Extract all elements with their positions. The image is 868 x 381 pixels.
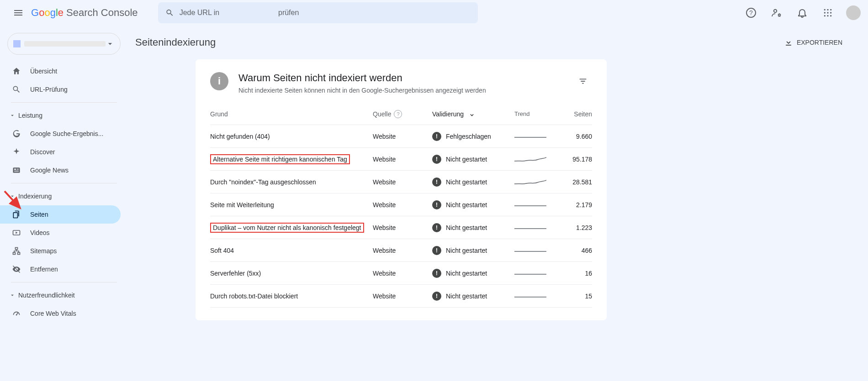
sidebar-label: Entfernen xyxy=(30,266,58,273)
logo[interactable]: Google Search Console xyxy=(31,7,138,19)
highlight-box: Duplikat – vom Nutzer nicht als kanonisc… xyxy=(210,223,364,233)
table-row[interactable]: Alternative Seite mit richtigem kanonisc… xyxy=(210,148,592,171)
remove-icon xyxy=(11,264,22,275)
svg-rect-19 xyxy=(16,248,18,250)
chevron-down-icon xyxy=(9,292,18,298)
table-row[interactable]: Nicht gefunden (404)Website!Fehlgeschlag… xyxy=(210,125,592,148)
cell-pages: 16 xyxy=(556,270,592,277)
section-label: Leistung xyxy=(18,112,42,119)
sitemap-icon xyxy=(11,245,22,256)
card-header: i Warum Seiten nicht indexiert werden Ni… xyxy=(210,72,592,94)
table-row[interactable]: Durch "noindex"-Tag ausgeschlossenWebsit… xyxy=(210,171,592,193)
cell-source: Website xyxy=(373,292,432,300)
sidebar-item-remove[interactable]: Entfernen xyxy=(0,260,121,278)
cell-validation: !Nicht gestartet xyxy=(432,223,514,232)
cell-pages: 9.660 xyxy=(556,133,592,140)
exclamation-icon: ! xyxy=(432,177,441,187)
property-name-placeholder xyxy=(24,41,106,47)
cell-source: Website xyxy=(373,178,432,186)
exclamation-icon: ! xyxy=(432,246,441,255)
section-label: Nutzerfreundlichkeit xyxy=(18,292,75,299)
svg-point-6 xyxy=(824,12,826,13)
main-content: Seitenindexierung EXPORTIEREN i Warum Se… xyxy=(128,26,868,381)
table-row[interactable]: Duplikat – vom Nutzer nicht als kanonisc… xyxy=(210,216,592,239)
user-gear-icon xyxy=(771,7,782,18)
sidebar: Übersicht URL-Prüfung Leistung Google Su… xyxy=(0,26,128,381)
cell-source: Website xyxy=(373,247,432,254)
cell-trend xyxy=(514,200,556,209)
cell-reason: Soft 404 xyxy=(210,247,373,254)
svg-rect-20 xyxy=(13,252,16,254)
sidebar-item-url-inspection[interactable]: URL-Prüfung xyxy=(0,80,121,99)
cell-pages: 95.178 xyxy=(556,156,592,163)
cell-source: Website xyxy=(373,270,432,277)
sidebar-label: Videos xyxy=(30,229,50,236)
page-header: Seitenindexierung EXPORTIEREN xyxy=(132,37,846,59)
svg-point-7 xyxy=(827,12,828,13)
sidebar-item-cwv[interactable]: Core Web Vitals xyxy=(0,304,121,323)
help-icon[interactable]: ? xyxy=(394,110,402,118)
sidebar-item-overview[interactable]: Übersicht xyxy=(0,62,121,80)
discover-icon xyxy=(11,146,22,157)
property-selector[interactable] xyxy=(7,33,121,55)
apps-button[interactable] xyxy=(817,2,839,24)
sidebar-item-videos[interactable]: Videos xyxy=(0,224,121,242)
sidebar-label: Sitemaps xyxy=(30,247,57,255)
svg-point-5 xyxy=(830,9,831,10)
cell-reason: Alternative Seite mit richtigem kanonisc… xyxy=(210,154,373,164)
section-indexing[interactable]: Indexierung xyxy=(0,187,128,205)
search-icon xyxy=(11,84,22,95)
cell-validation: !Nicht gestartet xyxy=(432,155,514,164)
cell-validation: !Nicht gestartet xyxy=(432,246,514,255)
notifications-button[interactable] xyxy=(791,2,813,24)
cell-source: Website xyxy=(373,201,432,209)
svg-point-2 xyxy=(778,14,780,16)
help-button[interactable]: ? xyxy=(740,2,762,24)
svg-point-24 xyxy=(16,314,17,316)
section-ux[interactable]: Nutzerfreundlichkeit xyxy=(0,286,128,304)
section-performance[interactable]: Leistung xyxy=(0,106,128,125)
svg-point-1 xyxy=(774,10,777,12)
filter-button[interactable] xyxy=(574,72,592,90)
col-header-pages: Seiten xyxy=(556,110,592,118)
cell-trend xyxy=(514,177,556,187)
export-button[interactable]: EXPORTIEREN xyxy=(784,38,842,47)
cell-source: Website xyxy=(373,224,432,231)
sidebar-item-news[interactable]: Google News xyxy=(0,161,121,179)
account-avatar[interactable] xyxy=(846,5,861,20)
table-row[interactable]: Seite mit WeiterleitungWebsite!Nicht ges… xyxy=(210,193,592,216)
cell-validation: !Nicht gestartet xyxy=(432,200,514,209)
table-row[interactable]: Durch robots.txt-Datei blockiertWebsite!… xyxy=(210,285,592,308)
col-header-validation[interactable]: Validierung xyxy=(432,110,514,118)
table-row[interactable]: Soft 404Website!Nicht gestartet466 xyxy=(210,239,592,262)
hamburger-menu-button[interactable] xyxy=(7,2,29,24)
sidebar-item-search-results[interactable]: Google Suche-Ergebnis... xyxy=(0,125,121,143)
pages-icon xyxy=(11,209,22,220)
url-search-input[interactable] xyxy=(180,9,471,17)
svg-point-9 xyxy=(824,15,826,16)
svg-point-8 xyxy=(830,12,831,13)
cell-validation: !Fehlgeschlagen xyxy=(432,132,514,141)
sidebar-item-discover[interactable]: Discover xyxy=(0,143,121,161)
cell-trend xyxy=(514,269,556,278)
sidebar-item-sitemaps[interactable]: Sitemaps xyxy=(0,242,121,260)
help-icon: ? xyxy=(746,7,757,18)
news-icon xyxy=(11,165,22,176)
home-icon xyxy=(11,66,22,77)
speed-icon xyxy=(11,308,22,319)
sidebar-label: Google Suche-Ergebnis... xyxy=(30,130,103,137)
cell-reason: Seite mit Weiterleitung xyxy=(210,201,373,209)
user-settings-button[interactable] xyxy=(766,2,788,24)
svg-rect-16 xyxy=(14,171,19,171)
url-search-bar[interactable] xyxy=(158,2,478,23)
svg-rect-21 xyxy=(18,252,20,254)
table-row[interactable]: Serverfehler (5xx)Website!Nicht gestarte… xyxy=(210,262,592,285)
table-body: Nicht gefunden (404)Website!Fehlgeschlag… xyxy=(210,125,592,308)
bell-icon xyxy=(797,7,808,18)
cell-reason: Duplikat – vom Nutzer nicht als kanonisc… xyxy=(210,223,373,233)
svg-point-4 xyxy=(827,9,828,10)
sidebar-item-pages[interactable]: Seiten xyxy=(0,205,121,224)
topbar: Google Search Console ? xyxy=(0,0,868,26)
section-label: Indexierung xyxy=(18,193,52,200)
sidebar-label: Discover xyxy=(30,148,55,156)
